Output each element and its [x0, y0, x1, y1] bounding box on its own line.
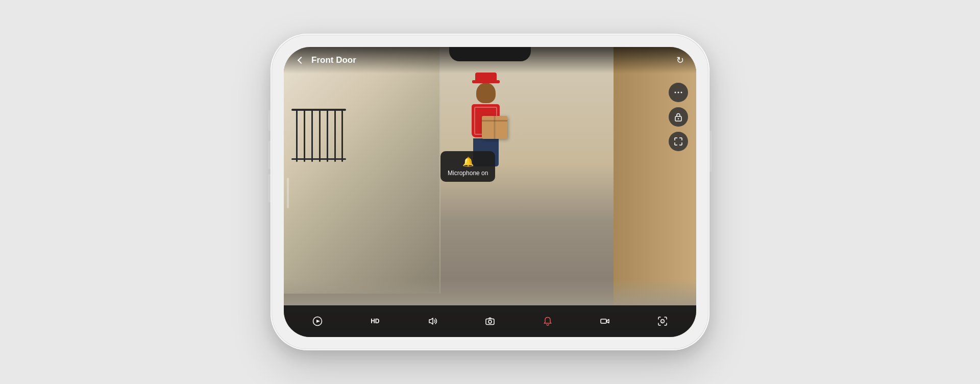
person-torso: [472, 104, 500, 137]
svg-point-10: [660, 320, 664, 323]
svg-marker-6: [316, 320, 320, 323]
notch: [449, 47, 531, 61]
svg-rect-9: [601, 319, 606, 323]
fullscreen-button[interactable]: [669, 132, 688, 151]
svg-point-12: [663, 320, 664, 321]
bell-toolbar-icon: [542, 315, 554, 327]
play-button[interactable]: [307, 313, 328, 329]
power-button: [709, 131, 712, 172]
railing: [291, 109, 346, 220]
speaker-icon: [426, 315, 438, 327]
volume-silent-button: [268, 110, 271, 131]
railing-vertical-5: [327, 109, 328, 162]
face-detect-button[interactable]: [652, 313, 673, 329]
fullscreen-icon: [673, 136, 683, 147]
side-buttons-panel: [669, 83, 688, 151]
hd-label: HD: [369, 315, 381, 327]
microphone-tooltip: 🔔 Microphone on: [440, 151, 495, 182]
refresh-button[interactable]: ↻: [673, 53, 687, 67]
lock-button[interactable]: [669, 107, 688, 127]
more-dots-icon: [673, 87, 683, 98]
video-record-button[interactable]: [595, 313, 615, 329]
volume-down-button: [268, 174, 271, 202]
bell-notification-button[interactable]: [537, 313, 558, 329]
speaker-button[interactable]: [422, 313, 443, 329]
camera-feed: [284, 47, 696, 337]
svg-point-2: [681, 92, 682, 93]
phone-device: Front Door ↻ 🔔 Microphone on: [271, 34, 709, 350]
svg-rect-7: [486, 319, 494, 325]
bell-icon: 🔔: [462, 156, 474, 167]
railing-vertical-7: [341, 109, 343, 162]
delivery-person: [428, 70, 544, 296]
person-head: [476, 83, 496, 103]
hd-quality-button[interactable]: HD: [365, 313, 385, 329]
svg-point-0: [675, 92, 676, 93]
snapshot-button[interactable]: [480, 313, 500, 329]
railing-vertical-2: [304, 109, 305, 162]
back-chevron-icon: [298, 57, 305, 64]
person-hat: [475, 73, 497, 82]
bottom-toolbar: HD: [284, 305, 696, 337]
more-options-button[interactable]: [669, 83, 688, 102]
svg-point-1: [678, 92, 679, 93]
phone-screen: Front Door ↻ 🔔 Microphone on: [284, 47, 696, 337]
scene-left-building: [284, 47, 440, 294]
video-icon: [599, 315, 611, 327]
railing-vertical-3: [311, 109, 313, 162]
railing-vertical-1: [296, 109, 298, 162]
snapshot-icon: [484, 315, 496, 327]
face-detect-icon: [656, 315, 669, 327]
svg-point-4: [678, 118, 679, 119]
volume-up-button: [268, 141, 271, 169]
scroll-indicator: [287, 178, 289, 208]
lock-icon: [673, 112, 683, 122]
back-button[interactable]: [293, 53, 307, 67]
railing-vertical-6: [334, 109, 336, 162]
svg-point-11: [662, 320, 662, 321]
svg-point-8: [488, 320, 492, 323]
tooltip-text: Microphone on: [448, 170, 488, 177]
person-figure: [428, 70, 544, 296]
railing-vertical-4: [319, 109, 321, 162]
delivery-package: [482, 116, 507, 139]
play-icon: [311, 315, 324, 327]
